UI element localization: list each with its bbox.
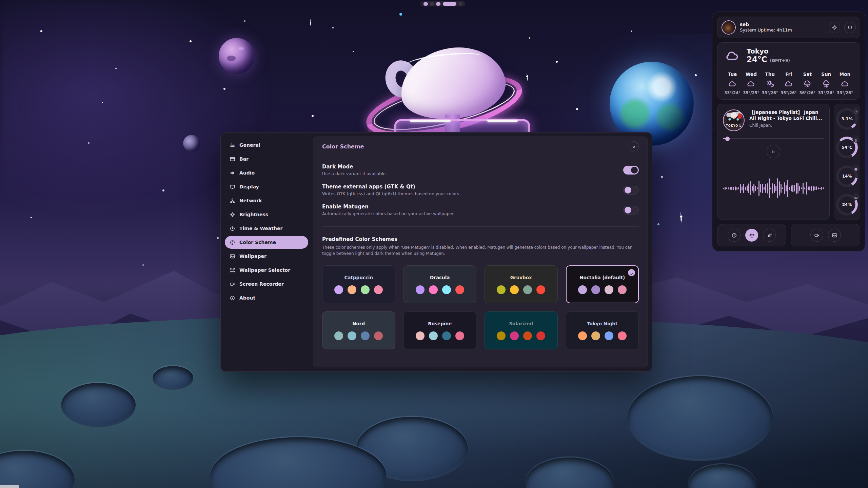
weather-card: Tokyo 24°C (GMT+9) Tue 33°/24° Wed 35°/2…	[717, 42, 860, 100]
cloud-icon	[747, 79, 755, 88]
workspace-indicator[interactable]	[420, 1, 465, 6]
workspace-4[interactable]	[443, 2, 456, 6]
color-swatch	[578, 331, 587, 340]
color-swatch	[442, 331, 451, 340]
sidebar-item-wallpaper[interactable]: Wallpaper	[225, 250, 308, 263]
settings-button[interactable]	[829, 22, 840, 33]
neon-highlight	[410, 120, 451, 122]
sidebar-item-display[interactable]: Display	[225, 180, 308, 193]
thermometer-icon	[854, 137, 858, 141]
stat-gauge: 3.1%	[836, 108, 858, 130]
image-stack-icon	[230, 267, 235, 273]
divider	[723, 68, 854, 68]
weekly-forecast: Tue 33°/24° Wed 35°/25° Thu 33°/26° Fri …	[723, 72, 854, 95]
cloud-icon	[728, 79, 737, 88]
toggle-list: Dark ModeUse a dark variant if available…	[322, 164, 639, 216]
track-artist: Chill Japan.	[749, 123, 824, 128]
stat-gauge: 54°C	[836, 137, 858, 158]
scheme-card-solarized[interactable]: Solarized	[485, 311, 558, 349]
star-sparkle	[307, 19, 314, 26]
scheme-card-nord[interactable]: Nord	[322, 311, 395, 349]
stat-gauge: 24%	[836, 194, 858, 216]
sidebar-item-color-scheme[interactable]: Color Scheme	[225, 236, 308, 249]
seek-bar[interactable]	[723, 137, 824, 141]
sidebar-item-time-weather[interactable]: Time & Weather	[225, 222, 308, 235]
track-title: 【Japanese Playlist】 Japan All Night - To…	[749, 109, 824, 121]
audio-icon	[230, 170, 235, 176]
scheme-card-dracula[interactable]: Dracula	[403, 265, 477, 303]
bottom-corner-fragment	[0, 485, 19, 488]
settings-window: GeneralBarAudioDisplayNetworkBrightnessT…	[220, 132, 652, 372]
forecast-day: Sun 33°/26°	[817, 72, 835, 95]
profile-button-scales[interactable]	[745, 229, 758, 242]
color-swatch	[374, 331, 383, 340]
scheme-card-rosepine[interactable]: Rosepine	[403, 311, 477, 349]
system-stats-card: 3.1% 54°C 14% 24%	[834, 104, 860, 220]
play-pause-button[interactable]	[767, 145, 780, 158]
sidebar-item-network[interactable]: Network	[225, 194, 308, 207]
color-swatch	[523, 331, 532, 340]
close-button[interactable]	[629, 141, 639, 151]
scheme-card-tokyo-night[interactable]: Tokyo Night	[566, 311, 639, 349]
color-swatch	[605, 331, 613, 340]
brightness-icon	[230, 212, 235, 218]
display-icon	[230, 184, 235, 190]
color-swatch	[605, 285, 613, 294]
profile-button-leaf[interactable]	[763, 229, 776, 242]
user-name: seb	[740, 22, 825, 27]
workspace-3[interactable]	[436, 2, 440, 6]
toggle-dark-mode[interactable]	[623, 166, 639, 175]
action-button-image[interactable]	[828, 229, 841, 242]
page-title: Color Scheme	[322, 143, 364, 150]
video-icon	[230, 281, 235, 287]
toggle-row: Enable MatugenAutomatically generate col…	[322, 204, 639, 216]
color-swatch	[497, 331, 506, 340]
sidebar-item-audio[interactable]: Audio	[225, 166, 308, 179]
user-info: seb System Uptime: 4h11m	[740, 22, 825, 33]
seek-knob[interactable]	[725, 137, 730, 141]
toggle-enable-matugen[interactable]	[623, 206, 639, 215]
color-swatch	[348, 285, 356, 294]
forecast-day: Tue 33°/24°	[724, 72, 741, 95]
sidebar-item-general[interactable]: General	[225, 139, 308, 151]
forecast-day: Sat 36°/26°	[798, 72, 816, 95]
media-track-info: TOKYO L 【Japanese Playlist】 Japan All Ni…	[723, 109, 824, 131]
scheme-card-gruvbox[interactable]: Gruvbox	[485, 265, 558, 303]
storm-cloud-icon	[822, 79, 831, 88]
toggle-theme-external-apps-gtk-qt[interactable]	[623, 186, 639, 195]
window-icon	[230, 156, 235, 162]
action-button-video[interactable]	[810, 229, 823, 242]
neon-highlight	[487, 120, 518, 122]
sidebar-item-bar[interactable]: Bar	[225, 152, 308, 165]
section-description: These color schemes only apply when 'Use…	[322, 244, 634, 257]
workspace-5[interactable]	[459, 2, 462, 6]
sidebar-item-about[interactable]: About	[225, 291, 308, 304]
sliders-icon	[230, 142, 235, 148]
divider	[322, 226, 639, 227]
crater	[153, 366, 193, 390]
color-swatch	[536, 285, 545, 294]
color-swatch	[416, 331, 425, 340]
album-art: TOKYO L	[723, 109, 745, 131]
purple-planet	[219, 38, 255, 74]
color-swatch	[578, 285, 587, 294]
media-player-card: TOKYO L 【Japanese Playlist】 Japan All Ni…	[717, 104, 830, 220]
clock-icon	[230, 226, 235, 231]
saturn-cup-artwork	[368, 41, 527, 139]
scheme-card-noctalia-default[interactable]: Noctalia (default)	[566, 265, 639, 303]
workspace-1[interactable]	[423, 2, 428, 6]
power-button[interactable]	[844, 22, 856, 33]
color-swatch	[455, 285, 464, 294]
color-swatch	[334, 331, 343, 340]
scheme-card-catppuccin[interactable]: Catppuccin	[322, 265, 395, 303]
color-swatch	[591, 285, 600, 294]
sidebar-item-brightness[interactable]: Brightness	[225, 208, 308, 221]
color-swatch	[618, 331, 627, 340]
sidebar-item-wallpaper-selector[interactable]: Wallpaper Selector	[225, 264, 308, 277]
close-icon	[632, 144, 636, 149]
weather-city: Tokyo	[747, 47, 790, 55]
color-swatch	[510, 331, 519, 340]
workspace-2[interactable]	[430, 2, 434, 6]
profile-button-gauge[interactable]	[728, 229, 741, 242]
sidebar-item-screen-recorder[interactable]: Screen Recorder	[225, 278, 308, 290]
